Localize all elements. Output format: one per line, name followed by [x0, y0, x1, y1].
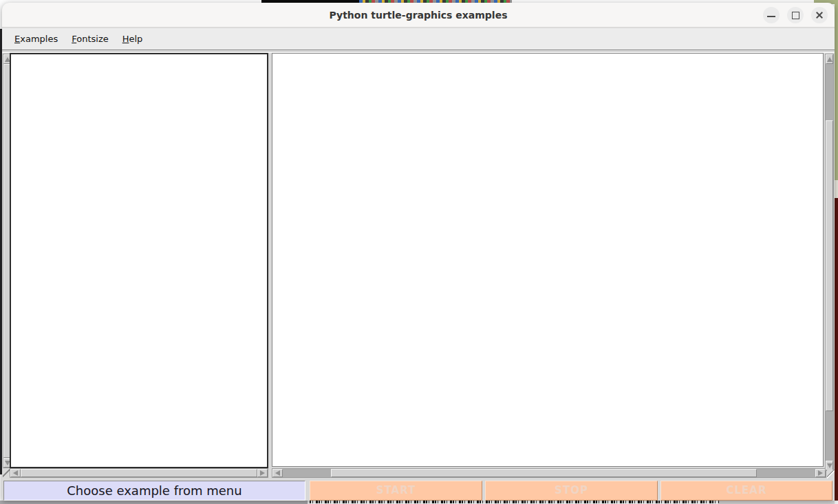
stop-button[interactable]: STOP [485, 481, 658, 501]
background-segment [719, 501, 835, 504]
titlebar[interactable]: Python turtle-graphics examples [2, 3, 835, 28]
scroll-left-icon[interactable] [10, 469, 21, 477]
canvas-vertical-scrollbar[interactable] [825, 54, 834, 471]
start-button[interactable]: START [310, 481, 482, 501]
desktop-wallpaper-edge-right [835, 0, 838, 504]
canvas-scrollbar-corner [827, 470, 835, 479]
editor-scrollbar-corner [3, 468, 10, 478]
background-clipped-text [310, 501, 719, 504]
editor-horizontal-scrollbar[interactable] [10, 468, 268, 478]
scroll-down-icon[interactable] [826, 461, 833, 470]
editor-hscroll-trough[interactable] [21, 469, 257, 477]
code-editor-panel[interactable] [10, 53, 268, 468]
status-message: Choose example from menu [3, 481, 305, 501]
canvas-vscroll-thumb[interactable] [826, 120, 833, 411]
menu-help[interactable]: Help [117, 31, 149, 47]
turtledemo-window: Python turtle-graphics examples Examples… [2, 3, 835, 501]
window-title: Python turtle-graphics examples [2, 3, 835, 28]
editor-hscroll-thumb[interactable] [21, 469, 257, 477]
minimize-icon[interactable] [763, 7, 780, 23]
scroll-up-icon[interactable] [826, 54, 833, 64]
window-controls [763, 7, 828, 23]
canvas-vscroll-trough[interactable] [826, 64, 833, 461]
maximize-icon[interactable] [787, 7, 804, 23]
scroll-right-icon[interactable] [257, 469, 268, 477]
scroll-right-icon[interactable] [815, 469, 826, 477]
menu-fontsize[interactable]: Fontsize [66, 31, 114, 47]
canvas-hscroll-thumb[interactable] [331, 469, 757, 477]
canvas-horizontal-scrollbar[interactable] [272, 468, 826, 478]
background-window-bottom-strip [0, 501, 838, 504]
scroll-left-icon[interactable] [272, 469, 283, 477]
close-icon[interactable] [811, 7, 828, 23]
background-segment [0, 501, 308, 504]
desktop-screen: Python turtle-graphics examples Examples… [0, 0, 838, 504]
menubar: Examples Fontsize Help [2, 28, 835, 50]
menu-examples[interactable]: Examples [9, 31, 63, 47]
clear-button[interactable]: CLEAR [660, 481, 832, 501]
turtle-canvas [272, 53, 824, 467]
canvas-hscroll-trough[interactable] [283, 469, 815, 477]
